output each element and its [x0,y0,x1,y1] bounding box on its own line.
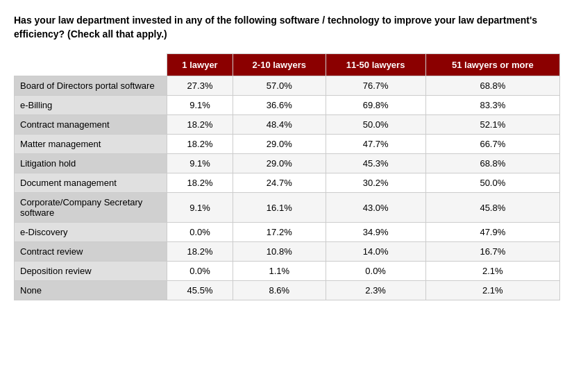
table-row: Contract review18.2%10.8%14.0%16.7% [15,242,560,262]
row-value: 17.2% [233,223,326,242]
row-label: Document management [15,173,167,193]
row-value: 10.8% [233,242,326,262]
row-label: Contract review [15,242,167,262]
row-value: 18.2% [167,115,233,135]
header-col1: 1 lawyer [167,54,233,76]
row-value: 0.0% [167,262,233,281]
table-row: e-Billing9.1%36.6%69.8%83.3% [15,96,560,115]
row-value: 36.6% [233,96,326,115]
row-value: 47.9% [425,223,559,242]
row-value: 9.1% [167,154,233,173]
header-col2: 2-10 lawyers [233,54,326,76]
row-value: 45.3% [326,154,425,173]
row-value: 16.1% [233,193,326,223]
row-value: 1.1% [233,262,326,281]
row-value: 18.2% [167,135,233,154]
row-value: 30.2% [326,173,425,193]
row-value: 47.7% [326,135,425,154]
row-value: 66.7% [425,135,559,154]
row-value: 29.0% [233,135,326,154]
row-value: 83.3% [425,96,559,115]
table-row: Contract management18.2%48.4%50.0%52.1% [15,115,560,135]
row-value: 45.8% [425,193,559,223]
row-label: Board of Directors portal software [15,76,167,96]
table-row: Board of Directors portal software27.3%5… [15,76,560,96]
row-label: e-Billing [15,96,167,115]
header-empty [15,54,167,76]
row-value: 18.2% [167,242,233,262]
survey-question: Has your law department invested in any … [14,14,555,41]
row-label: Litigation hold [15,154,167,173]
row-value: 43.0% [326,193,425,223]
row-label: Matter management [15,135,167,154]
header-col3: 11-50 lawyers [326,54,425,76]
row-value: 48.4% [233,115,326,135]
row-value: 0.0% [326,262,425,281]
data-table: 1 lawyer 2-10 lawyers 11-50 lawyers 51 l… [14,53,560,300]
table-header-row: 1 lawyer 2-10 lawyers 11-50 lawyers 51 l… [15,54,560,76]
row-value: 2.1% [425,262,559,281]
row-label: Corporate/Company Secretary software [15,193,167,223]
header-col4: 51 lawyers or more [425,54,559,76]
table-row: Document management18.2%24.7%30.2%50.0% [15,173,560,193]
row-value: 8.6% [233,281,326,300]
row-value: 50.0% [326,115,425,135]
row-value: 16.7% [425,242,559,262]
row-value: 34.9% [326,223,425,242]
table-row: None45.5%8.6%2.3%2.1% [15,281,560,300]
table-row: Litigation hold9.1%29.0%45.3%68.8% [15,154,560,173]
row-value: 52.1% [425,115,559,135]
row-value: 27.3% [167,76,233,96]
row-value: 14.0% [326,242,425,262]
table-row: e-Discovery0.0%17.2%34.9%47.9% [15,223,560,242]
row-label: None [15,281,167,300]
row-value: 9.1% [167,193,233,223]
row-value: 9.1% [167,96,233,115]
row-value: 68.8% [425,154,559,173]
table-row: Deposition review0.0%1.1%0.0%2.1% [15,262,560,281]
row-label: Deposition review [15,262,167,281]
row-value: 24.7% [233,173,326,193]
table-row: Corporate/Company Secretary software9.1%… [15,193,560,223]
row-value: 2.3% [326,281,425,300]
row-value: 69.8% [326,96,425,115]
row-value: 18.2% [167,173,233,193]
row-label: e-Discovery [15,223,167,242]
row-value: 76.7% [326,76,425,96]
row-value: 0.0% [167,223,233,242]
row-value: 57.0% [233,76,326,96]
row-value: 2.1% [425,281,559,300]
row-value: 50.0% [425,173,559,193]
row-value: 68.8% [425,76,559,96]
row-value: 29.0% [233,154,326,173]
table-row: Matter management18.2%29.0%47.7%66.7% [15,135,560,154]
row-label: Contract management [15,115,167,135]
row-value: 45.5% [167,281,233,300]
